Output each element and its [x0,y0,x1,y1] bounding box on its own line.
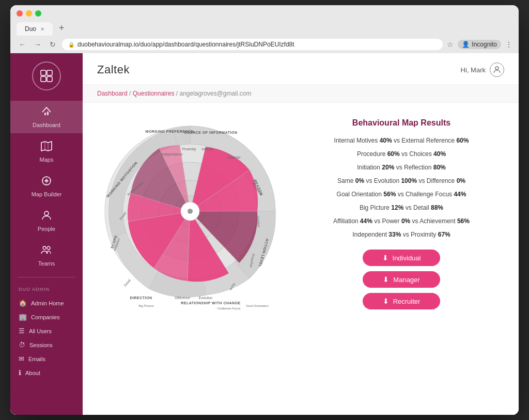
all-users-label: All Users [29,328,52,334]
svg-text:Evolution: Evolution [199,296,213,300]
results-panel: Behavioural Map Results Internal Motives… [299,113,504,309]
svg-text:Difference: Difference [175,296,190,300]
svg-rect-4 [44,113,46,115]
breadcrumb-questionnaires[interactable]: Questionnaires [133,90,175,97]
sidebar-item-about[interactable]: ℹ About [17,366,76,380]
bookmark-icon[interactable]: ☆ [447,40,454,49]
all-users-icon: ☰ [19,327,25,335]
forward-button[interactable]: → [32,39,43,50]
sidebar-item-emails[interactable]: ✉ Emails [17,352,76,366]
dashboard-icon [41,106,52,120]
sidebar-logo[interactable] [32,61,61,90]
tab-title: Duo [25,25,36,33]
sidebar-item-people[interactable]: People [10,205,83,237]
result-row-5: Goal Orientation 56% vs Challenge Focus … [299,190,504,199]
address-bar[interactable]: 🔒 duobehaviouralmap.io/duo/app/dashboard… [62,39,443,50]
svg-text:Detail: Detail [123,278,131,287]
about-icon: ℹ [19,369,21,377]
incognito-icon: 👤 [462,41,470,48]
teams-icon [41,244,52,258]
svg-point-13 [44,211,49,215]
svg-rect-3 [47,76,52,82]
svg-text:DIRECTION: DIRECTION [130,296,152,300]
user-greeting: Hi, Mark [461,63,504,77]
result-row-1: Internal Motives 40% vs External Referen… [299,136,504,145]
svg-text:RELATIONSHIP WITH CHANGE: RELATIONSHIP WITH CHANGE [181,301,241,305]
map-builder-label: Map Builder [32,191,62,197]
sidebar-item-maps[interactable]: Maps [10,135,83,168]
emails-label: Emails [28,356,45,362]
maximize-dot[interactable] [35,10,41,17]
people-label: People [38,226,55,232]
download-individual-icon: ⬇ [382,254,388,262]
svg-point-16 [495,67,499,70]
sidebar-item-companies[interactable]: 🏢 Companies [17,310,76,324]
breadcrumb-dashboard[interactable]: Dashboard [97,90,128,97]
sidebar: Dashboard Maps [10,53,83,415]
url-text: duobehaviouralmap.io/duo/app/dashboard/q… [77,41,294,48]
companies-icon: 🏢 [19,313,27,321]
svg-text:External: External [228,155,240,159]
admin-section: DUO ADMIN 🏠 Admin Home 🏢 Companies ☰ All… [10,283,83,384]
svg-marker-6 [41,142,52,151]
back-button[interactable]: ← [17,39,28,50]
menu-icon[interactable]: ⋮ [505,40,512,49]
svg-rect-1 [47,70,52,75]
sidebar-nav: Dashboard Maps [10,101,83,272]
svg-rect-2 [41,76,46,82]
individual-button[interactable]: ⬇ Individual [363,250,440,266]
admin-section-title: DUO ADMIN [17,287,76,292]
results-title: Behavioural Map Results [299,118,504,128]
svg-text:Goal Orientation: Goal Orientation [246,304,269,307]
sessions-icon: ⏱ [19,341,25,349]
download-manager-icon: ⬇ [383,275,389,284]
result-row-2: Procedure 60% vs Choices 40% [299,149,504,159]
about-label: About [25,370,40,376]
close-dot[interactable] [17,10,23,17]
result-row-6: Big Picture 12% vs Detail 88% [299,203,504,212]
manager-label: Manager [393,276,419,284]
companies-label: Companies [31,314,60,320]
sidebar-item-teams[interactable]: Teams [10,239,83,272]
recruiter-button[interactable]: ⬇ Recruiter [363,293,440,309]
greeting-text: Hi, Mark [461,66,486,74]
sidebar-item-sessions[interactable]: ⏱ Sessions [17,338,76,352]
svg-text:WORKING PREFERENCE: WORKING PREFERENCE [145,130,193,133]
svg-text:Challenge Focus: Challenge Focus [217,307,240,309]
sidebar-divider [18,277,75,277]
manager-button[interactable]: ⬇ Manager [363,271,440,288]
admin-home-label: Admin Home [31,300,64,306]
incognito-button[interactable]: 👤 Incognito [458,40,501,49]
download-recruiter-icon: ⬇ [383,297,389,305]
teams-label: Teams [38,260,55,267]
reload-button[interactable]: ↻ [48,39,58,50]
incognito-label: Incognito [472,41,497,48]
sidebar-item-all-users[interactable]: ☰ All Users [17,324,76,338]
sidebar-item-dashboard[interactable]: Dashboard [10,101,83,133]
maps-label: Maps [40,157,54,163]
user-avatar[interactable] [490,63,504,77]
admin-home-icon: 🏠 [19,299,27,307]
svg-point-15 [47,246,50,250]
new-tab-button[interactable]: + [55,21,69,36]
breadcrumb: Dashboard / Questionnaires / angelagrove… [83,85,519,103]
sidebar-item-admin-home[interactable]: 🏠 Admin Home [17,296,76,310]
maps-icon [41,141,52,154]
sessions-label: Sessions [29,342,53,348]
minimize-dot[interactable] [26,10,32,17]
emails-icon: ✉ [19,355,24,363]
svg-point-14 [43,246,46,250]
result-row-8: Independent 33% vs Proximity 67% [299,230,504,239]
svg-rect-5 [47,112,49,115]
map-builder-icon [41,175,52,189]
browser-tab[interactable]: Duo ✕ [17,22,53,36]
sidebar-item-map-builder[interactable]: Map Builder [10,170,83,203]
main-header: Zaltek Hi, Mark [83,53,519,85]
breadcrumb-email: angelagroves@gmail.com [179,90,251,97]
tab-close-icon[interactable]: ✕ [40,26,44,32]
lock-icon: 🔒 [68,42,74,48]
result-row-3: Initiation 20% vs Reflection 80% [299,163,504,172]
result-row-4: Same 0% vs Evolution 100% vs Difference … [299,176,504,185]
svg-text:Big Picture: Big Picture [138,304,154,307]
svg-text:Internal: Internal [201,147,213,151]
